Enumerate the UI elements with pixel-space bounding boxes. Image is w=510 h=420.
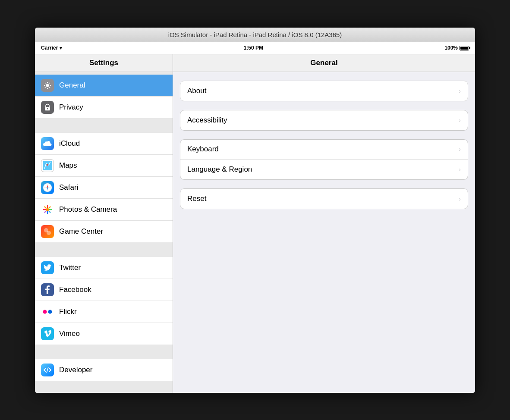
detail-item-language[interactable]: Language & Region › (180, 160, 468, 179)
sidebar-item-facebook[interactable]: Facebook (35, 279, 173, 301)
svg-line-16 (45, 211, 46, 212)
svg-point-0 (46, 84, 49, 87)
svg-point-21 (43, 310, 47, 313)
svg-line-14 (49, 211, 50, 212)
detail-item-keyboard[interactable]: Keyboard › (180, 140, 468, 160)
sidebar-item-privacy[interactable]: Privacy (35, 97, 173, 118)
keyboard-chevron: › (459, 146, 461, 153)
sidebar-section-3: Twitter Facebook (35, 254, 173, 345)
privacy-label: Privacy (59, 103, 83, 112)
maps-label: Maps (59, 161, 77, 170)
svg-point-20 (47, 231, 51, 235)
sidebar-section-2: iCloud Maps (35, 130, 173, 242)
main-content: Settings General (35, 54, 475, 393)
detail-content: About › Accessibility › (173, 72, 475, 226)
section-spacer-4 (35, 381, 173, 393)
gamecenter-icon (41, 225, 54, 238)
sidebar-item-flickr[interactable]: Flickr (35, 301, 173, 323)
detail-item-about[interactable]: About › (180, 81, 468, 101)
sidebar-item-twitter[interactable]: Twitter (35, 257, 173, 279)
status-bar: Carrier ▾ 1:50 PM 100% (35, 42, 475, 54)
about-chevron: › (459, 88, 461, 94)
sidebar-item-safari[interactable]: Safari (35, 177, 173, 199)
detail-group-accessibility: Accessibility › (180, 110, 468, 131)
detail-item-accessibility[interactable]: Accessibility › (180, 110, 468, 130)
detail-section-accessibility: Accessibility › (180, 110, 468, 131)
photos-label: Photos & Camera (59, 205, 117, 214)
sidebar-item-icloud[interactable]: iCloud (35, 133, 173, 155)
photos-icon (41, 203, 54, 216)
language-chevron: › (459, 166, 461, 173)
detail-panel: General About › (173, 54, 475, 393)
detail-section-about: About › (180, 81, 468, 101)
safari-icon (41, 181, 54, 194)
detail-group-reset: Reset › (180, 188, 468, 209)
general-icon (41, 79, 54, 92)
facebook-label: Facebook (59, 285, 91, 294)
developer-icon (41, 364, 54, 376)
status-time: 1:50 PM (244, 45, 263, 51)
flickr-label: Flickr (59, 307, 77, 316)
sidebar-item-general[interactable]: General (35, 75, 173, 97)
status-left: Carrier ▾ (41, 45, 62, 51)
svg-line-18 (45, 207, 46, 208)
safari-label: Safari (59, 183, 78, 192)
about-label: About (187, 87, 459, 95)
section-spacer-3 (35, 345, 173, 357)
battery-percent: 100% (444, 45, 458, 51)
sidebar-item-photos[interactable]: Photos & Camera (35, 199, 173, 221)
status-right: 100% (444, 45, 469, 51)
sidebar-header: Settings (35, 54, 173, 72)
sidebar-item-vimeo[interactable]: Vimeo (35, 323, 173, 345)
sidebar-item-gamecenter[interactable]: Game Center (35, 221, 173, 242)
language-label: Language & Region (187, 165, 459, 174)
flickr-icon (41, 305, 54, 318)
detail-section-reset: Reset › (180, 188, 468, 209)
carrier-label: Carrier (41, 45, 58, 51)
vimeo-icon (41, 327, 54, 340)
detail-item-reset[interactable]: Reset › (180, 189, 468, 209)
developer-label: Developer (59, 366, 93, 374)
reset-chevron: › (459, 195, 461, 202)
maps-icon (41, 159, 54, 172)
accessibility-label: Accessibility (187, 116, 459, 125)
keyboard-label: Keyboard (187, 145, 459, 154)
svg-line-23 (47, 367, 48, 373)
simulator-window: iOS Simulator - iPad Retina - iPad Retin… (35, 28, 475, 393)
facebook-icon (41, 283, 54, 296)
battery-fill (460, 47, 468, 50)
svg-line-12 (49, 207, 50, 208)
accessibility-chevron: › (459, 117, 461, 124)
sidebar: Settings General (35, 54, 173, 393)
icloud-label: iCloud (59, 139, 80, 148)
sidebar-section-4: Developer (35, 357, 173, 381)
detail-group-keyboard: Keyboard › Language & Region › (180, 139, 468, 180)
general-label: General (59, 81, 85, 90)
detail-group-about: About › (180, 81, 468, 101)
detail-section-keyboard: Keyboard › Language & Region › (180, 139, 468, 180)
ipad-frame: Carrier ▾ 1:50 PM 100% Settings (35, 42, 475, 393)
sidebar-item-developer[interactable]: Developer (35, 359, 173, 381)
sidebar-section-1: General Privacy (35, 72, 173, 118)
vimeo-label: Vimeo (59, 329, 80, 338)
icloud-icon (41, 137, 54, 150)
title-bar: iOS Simulator - iPad Retina - iPad Retin… (35, 28, 475, 42)
section-spacer-2 (35, 242, 173, 254)
title-bar-text: iOS Simulator - iPad Retina - iPad Retin… (168, 31, 342, 38)
reset-label: Reset (187, 194, 459, 203)
detail-header: General (173, 54, 475, 72)
svg-point-10 (46, 208, 49, 211)
privacy-icon (41, 101, 54, 114)
battery-icon (460, 46, 469, 50)
twitter-icon (41, 261, 54, 274)
sidebar-item-maps[interactable]: Maps (35, 155, 173, 177)
svg-point-4 (47, 164, 48, 166)
svg-point-2 (47, 108, 48, 109)
gamecenter-label: Game Center (59, 227, 103, 236)
section-spacer-1 (35, 118, 173, 130)
twitter-label: Twitter (59, 263, 81, 272)
wifi-icon: ▾ (60, 45, 62, 51)
svg-point-22 (48, 310, 52, 313)
